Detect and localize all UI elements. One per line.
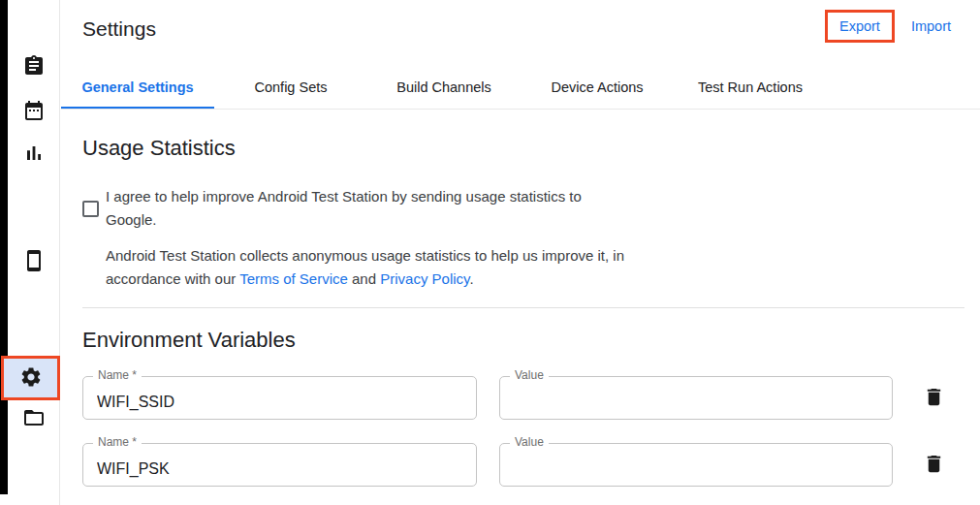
import-button[interactable]: Import — [911, 18, 951, 34]
environment-variables-heading: Environment Variables — [82, 328, 951, 353]
tab-build-channels[interactable]: Build Channels — [367, 67, 521, 109]
app-window: Settings Export Import General Settings … — [0, 0, 980, 505]
usage-stats-checkbox[interactable] — [82, 201, 99, 217]
env-value-input[interactable] — [500, 444, 892, 486]
name-field-label: Name * — [93, 435, 142, 449]
folder-icon — [22, 406, 46, 432]
terms-of-service-link[interactable]: Terms of Service — [239, 270, 348, 287]
page-header: Settings Export Import — [61, 0, 980, 43]
calendar-icon — [22, 99, 46, 125]
env-value-field-wrapper: Value — [499, 443, 893, 487]
env-var-row: Name * Value — [82, 376, 951, 420]
tab-test-run-actions[interactable]: Test Run Actions — [674, 67, 827, 109]
sidebar-item-test-runs[interactable] — [18, 51, 49, 82]
env-value-input[interactable] — [500, 377, 892, 419]
header-actions: Export Import — [825, 10, 951, 43]
tab-general-settings[interactable]: General Settings — [61, 67, 214, 109]
value-field-label: Value — [510, 435, 549, 449]
sidebar-item-reports[interactable] — [18, 139, 49, 170]
page-title: Settings — [82, 10, 156, 41]
env-name-field-wrapper: Name * — [82, 376, 477, 420]
usage-consent-row: I agree to help improve Android Test Sta… — [82, 185, 951, 232]
bar-chart-icon — [22, 142, 46, 168]
env-name-field-wrapper: Name * — [82, 443, 477, 487]
settings-annotation-box — [1, 356, 60, 400]
delete-icon — [923, 453, 945, 478]
usage-statistics-heading: Usage Statistics — [82, 136, 951, 161]
delete-icon — [923, 386, 945, 411]
assignment-icon — [22, 54, 46, 80]
consent-line-1: I agree to help improve Android Test Sta… — [106, 185, 582, 208]
info-line-1: Android Test Station collects anonymous … — [106, 247, 624, 264]
usage-info-text: Android Test Station collects anonymous … — [106, 244, 951, 291]
sidebar — [8, 0, 60, 505]
main-panel: Settings Export Import General Settings … — [61, 0, 980, 505]
sidebar-item-schedule[interactable] — [18, 96, 49, 127]
info-and-text: and — [348, 270, 380, 287]
env-var-row: Name * Value — [82, 443, 951, 487]
env-name-input[interactable] — [83, 444, 476, 486]
env-value-field-wrapper: Value — [499, 376, 893, 420]
value-field-label: Value — [510, 368, 549, 382]
export-button[interactable]: Export — [839, 18, 880, 34]
delete-env-var-button[interactable] — [918, 383, 949, 414]
tab-device-actions[interactable]: Device Actions — [521, 67, 674, 109]
privacy-policy-link[interactable]: Privacy Policy — [380, 270, 469, 287]
env-name-input[interactable] — [83, 377, 476, 419]
usage-consent-label: I agree to help improve Android Test Sta… — [106, 185, 582, 232]
left-edge-strip — [0, 0, 8, 494]
name-field-label: Name * — [93, 368, 142, 382]
consent-line-2: Google. — [106, 208, 582, 232]
settings-tabs: General Settings Config Sets Build Chann… — [61, 67, 980, 110]
delete-env-var-button[interactable] — [918, 450, 949, 481]
settings-gear-icon — [19, 365, 43, 392]
sidebar-item-devices[interactable] — [18, 246, 49, 277]
tab-config-sets[interactable]: Config Sets — [214, 67, 367, 109]
section-divider — [82, 307, 964, 308]
info-period: . — [469, 270, 473, 287]
sidebar-item-settings[interactable] — [16, 363, 47, 394]
smartphone-icon — [22, 249, 46, 275]
info-line-2-prefix: accordance with our — [106, 270, 239, 287]
export-annotation-box: Export — [825, 10, 895, 43]
tab-content: Usage Statistics I agree to help improve… — [61, 136, 980, 487]
sidebar-item-file-browser[interactable] — [18, 403, 49, 434]
